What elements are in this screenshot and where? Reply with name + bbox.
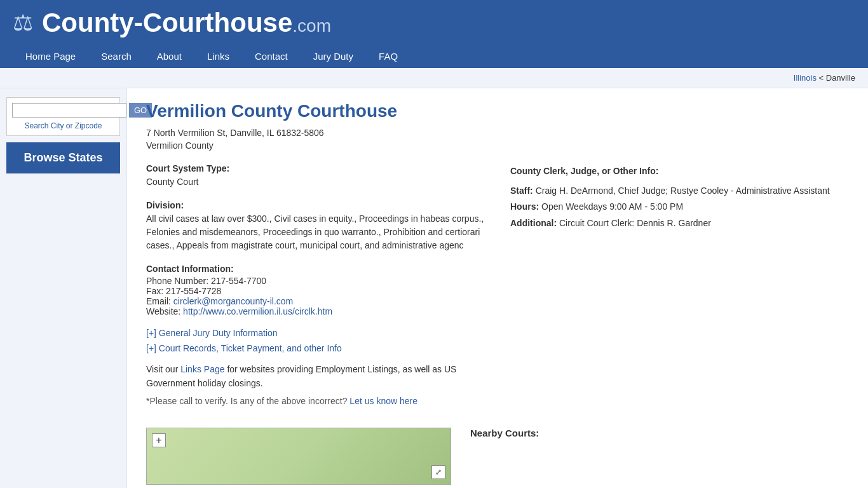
hours-value: Open Weekdays 9:00 AM - 5:00 PM bbox=[541, 201, 683, 212]
scales-icon: ⚖ bbox=[13, 10, 33, 36]
nearby-courts-label: Nearby Courts: bbox=[470, 428, 539, 438]
verify-prefix: *Please call to verify. Is any of the ab… bbox=[146, 396, 347, 406]
right-title: County Clerk, Judge, or Other Info: bbox=[510, 163, 849, 179]
website-row: Website: http://www.co.vermilion.il.us/c… bbox=[146, 306, 485, 316]
additional-row: Additional: Circuit Court Clerk: Dennis … bbox=[510, 215, 849, 231]
left-column: Court System Type: County Court Division… bbox=[146, 163, 485, 415]
hours-label: Hours: bbox=[510, 201, 541, 212]
division-section: Division: All civil cases at law over $3… bbox=[146, 200, 485, 252]
info-grid: Court System Type: County Court Division… bbox=[146, 163, 849, 415]
nav-bar: Home Page Search About Links Contact Jur… bbox=[13, 44, 855, 68]
website-label: Website: bbox=[146, 306, 183, 316]
website-link[interactable]: http://www.co.vermilion.il.us/circlk.htm bbox=[183, 306, 332, 316]
court-county: Vermilion County bbox=[146, 140, 849, 151]
court-address: 7 North Vermilion St, Danville, IL 61832… bbox=[146, 128, 849, 138]
court-system-label: Court System Type: bbox=[146, 163, 485, 173]
nav-links[interactable]: Links bbox=[194, 44, 242, 68]
email-row: Email: circlerk@morgancounty-il.com bbox=[146, 296, 485, 306]
map-overlay bbox=[147, 428, 451, 484]
nav-faq[interactable]: FAQ bbox=[366, 44, 410, 68]
logo-main: County-Courthouse bbox=[42, 8, 292, 37]
visit-text: Visit our Links Page for websites provid… bbox=[146, 362, 485, 391]
nav-about[interactable]: About bbox=[144, 44, 194, 68]
logo-com: .com bbox=[292, 16, 331, 36]
breadcrumb-state[interactable]: Illinois bbox=[794, 73, 817, 83]
additional-value: Circuit Court Clerk: Dennis R. Gardner bbox=[559, 218, 711, 228]
logo-area: ⚖ County-Courthouse.com bbox=[13, 8, 855, 44]
right-info-block: County Clerk, Judge, or Other Info: Staf… bbox=[510, 163, 849, 231]
phone: Phone Number: 217-554-7700 bbox=[146, 276, 485, 286]
contact-section: Contact Information: Phone Number: 217-5… bbox=[146, 264, 485, 316]
logo-text: County-Courthouse.com bbox=[42, 8, 331, 38]
additional-label: Additional: bbox=[510, 218, 559, 228]
search-row: GO bbox=[12, 103, 114, 118]
fax: Fax: 217-554-7728 bbox=[146, 286, 485, 296]
map-expand-icon[interactable]: ⤢ bbox=[431, 465, 445, 479]
sidebar: GO Search City or Zipcode Browse States bbox=[0, 88, 127, 488]
nav-contact[interactable]: Contact bbox=[242, 44, 301, 68]
nearby-courts-section: Nearby Courts: bbox=[470, 428, 539, 438]
email-link[interactable]: circlerk@morgancounty-il.com bbox=[173, 296, 293, 306]
staff-label: Staff: bbox=[510, 186, 536, 196]
hours-row: Hours: Open Weekdays 9:00 AM - 5:00 PM bbox=[510, 199, 849, 215]
browse-states-button[interactable]: Browse States bbox=[6, 142, 120, 173]
staff-value: Craig H. DeArmond, Chief Judge; Rustye C… bbox=[536, 186, 830, 196]
jury-duty-link[interactable]: [+] General Jury Duty Information bbox=[146, 328, 485, 338]
division-label: Division: bbox=[146, 200, 485, 210]
search-city-zip-label: Search City or Zipcode bbox=[12, 121, 114, 130]
nav-search[interactable]: Search bbox=[88, 44, 144, 68]
email-label: Email: bbox=[146, 296, 173, 306]
search-box: GO Search City or Zipcode bbox=[6, 97, 120, 136]
map-placeholder: + ⤢ bbox=[146, 428, 451, 485]
division-value: All civil cases at law over $300., Civil… bbox=[146, 214, 484, 250]
right-column: County Clerk, Judge, or Other Info: Staf… bbox=[510, 163, 849, 415]
content-area: Vermilion County Courthouse 7 North Verm… bbox=[127, 88, 868, 488]
nav-home[interactable]: Home Page bbox=[13, 44, 88, 68]
verify-text: *Please call to verify. Is any of the ab… bbox=[146, 396, 485, 406]
links-page-link[interactable]: Links Page bbox=[180, 364, 224, 374]
main-layout: GO Search City or Zipcode Browse States … bbox=[0, 88, 868, 488]
staff-row: Staff: Craig H. DeArmond, Chief Judge; R… bbox=[510, 183, 849, 199]
header: ⚖ County-Courthouse.com Home Page Search… bbox=[0, 0, 868, 68]
page-title: Vermilion County Courthouse bbox=[146, 101, 849, 121]
court-system-section: Court System Type: County Court bbox=[146, 163, 485, 189]
search-input[interactable] bbox=[12, 103, 126, 118]
breadcrumb: Illinois < Danville bbox=[0, 68, 868, 88]
let-us-know-link[interactable]: Let us know here bbox=[349, 396, 417, 406]
contact-label: Contact Information: bbox=[146, 264, 485, 274]
visit-text-before: Visit our bbox=[146, 364, 178, 374]
nav-jury-duty[interactable]: Jury Duty bbox=[301, 44, 366, 68]
breadcrumb-city: Danville bbox=[826, 73, 855, 83]
court-records-link[interactable]: [+] Court Records, Ticket Payment, and o… bbox=[146, 343, 485, 353]
map-zoom-in-button[interactable]: + bbox=[152, 433, 166, 447]
court-system-value: County Court bbox=[146, 177, 198, 187]
breadcrumb-separator: < bbox=[817, 73, 826, 83]
map-nearby-section: + ⤢ Nearby Courts: bbox=[146, 428, 849, 485]
